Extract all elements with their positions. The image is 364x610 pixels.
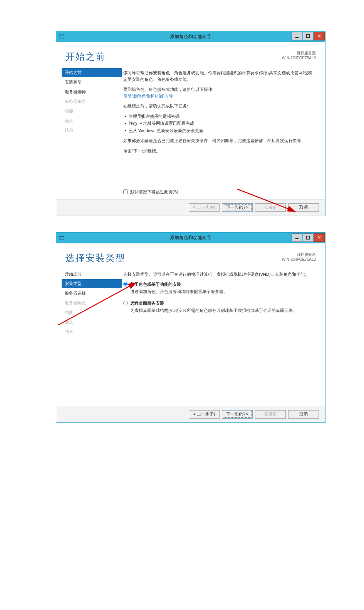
- skip-checkbox-label[interactable]: 默认情况下将跳过此页(S): [123, 189, 178, 195]
- radio-rds[interactable]: [123, 301, 128, 305]
- intro-text: 选择安装类型。你可以在正在运行的物理计算机、虚拟机或脱机虚拟硬盘(VHD)上安装…: [123, 271, 316, 278]
- sidebar-item-install-type[interactable]: 安装类型: [62, 279, 122, 288]
- page-heading: 开始之前: [65, 50, 282, 63]
- radio-role-based-title: 基于角色或基于功能的安装: [130, 281, 181, 288]
- wizard-footer: < 上一步(P) 下一步(N) > 安装(I) 取消: [56, 406, 325, 422]
- verify-text: 如果你必须验证是否已完成上述任何先决条件，请关闭向导，完成这些步骤，然后再次运行…: [123, 137, 316, 144]
- prev-button[interactable]: < 上一步(P): [189, 410, 220, 419]
- svg-rect-2: [295, 37, 299, 38]
- cancel-button[interactable]: 取消: [288, 410, 319, 419]
- target-server-value: WIN-2OIFOE75AL3: [282, 257, 316, 262]
- sidebar-item-before[interactable]: 开始之前: [62, 270, 122, 278]
- target-server-label: 目标服务器: [282, 50, 316, 55]
- continue-text: 单击"下一步"继续。: [123, 148, 316, 154]
- target-server-box: 目标服务器 WIN-2OIFOE75AL3: [282, 252, 316, 262]
- sidebar-item-install-type[interactable]: 安装类型: [62, 78, 122, 87]
- prereq-item: 静态 IP 地址等网络设置已配置完成: [125, 120, 316, 127]
- target-server-value: WIN-2OIFOE75AL3: [282, 55, 316, 60]
- svg-rect-7: [295, 238, 299, 239]
- minimize-button[interactable]: [292, 32, 302, 40]
- close-button[interactable]: ✕: [314, 32, 325, 40]
- target-server-label: 目标服务器: [282, 252, 316, 257]
- titlebar[interactable]: 添加角色和功能向导 ✕: [56, 31, 325, 42]
- prereq-item: 已从 Windows 更新安装最新的安全更新: [125, 127, 316, 134]
- titlebar-buttons: ✕: [292, 31, 325, 42]
- main-content: 选择安装类型。你可以在正在运行的物理计算机、虚拟机或脱机虚拟硬盘(VHD)上安装…: [122, 267, 325, 406]
- remove-wizard-link[interactable]: 启动"删除角色和功能"向导: [123, 94, 173, 98]
- sidebar-item-confirm: 确认: [62, 116, 122, 125]
- sidebar-item-results: 结果: [62, 126, 122, 135]
- sidebar-item-confirm: 确认: [62, 318, 122, 327]
- svg-rect-3: [307, 35, 310, 38]
- titlebar-buttons: ✕: [292, 233, 325, 243]
- install-type-option-rds[interactable]: 远程桌面服务安装 为虚拟桌面基础结构(VDI)安装所需的角色服务以创建基于虚拟机…: [123, 300, 316, 313]
- next-button[interactable]: 下一步(N) >: [222, 203, 253, 212]
- titlebar[interactable]: 添加角色和功能向导 ✕: [56, 233, 325, 243]
- wizard-footer: < 上一步(P) 下一步(N) > 安装(I) 取消: [56, 199, 325, 216]
- intro-text: 该向导可帮助你安装角色、角色服务或功能。你需要根据组织的计算要求(例如共享文档或…: [123, 70, 316, 82]
- sidebar-item-features: 功能: [62, 107, 122, 116]
- page-heading: 选择安装类型: [65, 252, 282, 264]
- sidebar-item-server-selection[interactable]: 服务器选择: [62, 289, 122, 298]
- sidebar-item-server-roles: 服务器角色: [62, 97, 122, 106]
- remove-text: 要删除角色、角色服务或功能，请执行以下操作: 启动"删除角色和功能"向导: [123, 86, 316, 99]
- svg-rect-8: [307, 236, 310, 239]
- window-title: 添加角色和功能向导: [56, 34, 325, 40]
- prereq-list: 管理员帐户使用的是强密码 静态 IP 地址等网络设置已配置完成 已从 Windo…: [123, 113, 316, 134]
- skip-row: 默认情况下将跳过此页(S): [123, 158, 316, 196]
- maximize-button[interactable]: [303, 233, 314, 242]
- radio-rds-desc: 为虚拟桌面基础结构(VDI)安装所需的角色服务以创建基于虚拟机或基于会话的桌面部…: [130, 307, 316, 314]
- app-icon: [59, 34, 65, 40]
- cancel-button[interactable]: 取消: [288, 203, 319, 212]
- close-button[interactable]: ✕: [314, 233, 325, 242]
- sidebar-item-before[interactable]: 开始之前: [62, 68, 122, 77]
- wizard-installation-type: 添加角色和功能向导 ✕ 选择安装类型 目标服务器 WIN-2OIFOE75AL3…: [56, 232, 325, 423]
- next-button[interactable]: 下一步(N) >: [222, 410, 253, 419]
- wizard-sidebar: 开始之前 安装类型 服务器选择 服务器角色 功能 确认 结果: [56, 66, 122, 199]
- prev-button: < 上一步(P): [189, 203, 220, 212]
- install-button: 安装(I): [255, 203, 286, 212]
- maximize-button[interactable]: [303, 32, 314, 40]
- radio-rds-title: 远程桌面服务安装: [130, 300, 164, 307]
- install-button: 安装(I): [255, 410, 286, 419]
- target-server-box: 目标服务器 WIN-2OIFOE75AL3: [282, 50, 316, 60]
- window-title: 添加角色和功能向导: [56, 235, 325, 241]
- sidebar-item-server-roles: 服务器角色: [62, 298, 122, 307]
- main-content: 该向导可帮助你安装角色、角色服务或功能。你需要根据组织的计算要求(例如共享文档或…: [122, 66, 325, 199]
- svg-rect-1: [59, 35, 64, 35]
- sidebar-item-features: 功能: [62, 308, 122, 317]
- app-icon: [59, 235, 65, 241]
- minimize-button[interactable]: [292, 233, 302, 242]
- radio-role-based-desc: 通过添加角色、角色服务和功能来配置单个服务器。: [130, 288, 316, 295]
- install-type-option-role[interactable]: 基于角色或基于功能的安装 通过添加角色、角色服务和功能来配置单个服务器。: [123, 281, 316, 295]
- skip-checkbox[interactable]: [123, 189, 128, 194]
- wizard-before-you-begin: 添加角色和功能向导 ✕ 开始之前 目标服务器 WIN-2OIFOE75AL3 开…: [56, 31, 325, 216]
- prereq-label: 在继续之前，请确认完成以下任务:: [123, 103, 316, 109]
- svg-rect-6: [59, 236, 64, 237]
- sidebar-item-server-selection[interactable]: 服务器选择: [62, 87, 122, 96]
- prereq-item: 管理员帐户使用的是强密码: [125, 113, 316, 120]
- sidebar-item-results: 结果: [62, 327, 122, 336]
- radio-role-based[interactable]: [123, 282, 128, 287]
- wizard-sidebar: 开始之前 安装类型 服务器选择 服务器角色 功能 确认 结果: [56, 267, 122, 406]
